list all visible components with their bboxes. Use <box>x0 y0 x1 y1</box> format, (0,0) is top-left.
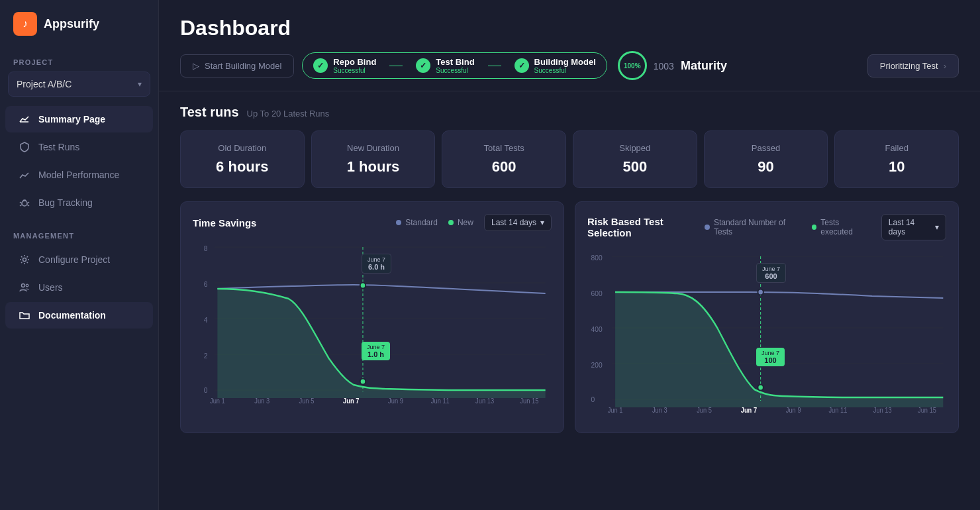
svg-text:2: 2 <box>204 352 208 360</box>
chevron-down-icon: ▾ <box>138 79 142 89</box>
svg-text:6: 6 <box>204 280 208 288</box>
svg-text:Jun 5: Jun 5 <box>697 407 712 414</box>
play-icon: ▷ <box>193 61 199 71</box>
stat-label: Total Tests <box>484 143 524 153</box>
sidebar-nav: Summary Page Test Runs Model Performance <box>0 105 158 510</box>
step-status: Successful <box>333 67 376 74</box>
legend-dot-standard <box>396 220 401 225</box>
risk-chart-area: 800 600 400 200 0 <box>587 248 946 421</box>
chart-icon <box>19 113 30 125</box>
sidebar-item-label: Configure Project <box>38 254 110 265</box>
sidebar-item-configure[interactable]: Configure Project <box>5 246 153 273</box>
stat-value: 90 <box>758 158 773 176</box>
stat-label: Old Duration <box>218 143 266 153</box>
pipeline-step-test-bind: ✓ Test Bind Successful <box>416 57 474 74</box>
svg-text:Jun 3: Jun 3 <box>254 397 270 405</box>
svg-point-7 <box>26 284 28 287</box>
svg-text:Jun 1: Jun 1 <box>210 397 225 405</box>
time-savings-date-selector[interactable]: Last 14 days ▾ <box>484 214 552 231</box>
sidebar-item-summary[interactable]: Summary Page <box>5 106 153 132</box>
sidebar-item-test-runs[interactable]: Test Runs <box>5 134 153 160</box>
risk-svg: 800 600 400 200 0 <box>587 248 946 421</box>
svg-text:Jun 3: Jun 3 <box>652 407 667 414</box>
svg-point-6 <box>22 284 25 287</box>
sidebar-item-label: Model Performance <box>38 170 119 180</box>
stat-failed: Failed 10 <box>834 130 959 188</box>
stat-label: Failed <box>885 143 908 153</box>
sidebar-item-label: Summary Page <box>38 114 105 125</box>
prioritizing-label: Prioritizing Test <box>880 61 938 71</box>
svg-line-1 <box>20 202 22 203</box>
step-divider <box>488 66 501 66</box>
svg-line-2 <box>20 205 22 206</box>
legend-label: New <box>458 218 473 227</box>
risk-chart-date-selector[interactable]: Last 14 days ▾ <box>881 214 946 240</box>
svg-text:Jun 9: Jun 9 <box>786 407 801 414</box>
step-check-icon: ✓ <box>313 58 328 73</box>
maturity-number: 1003 <box>654 61 674 72</box>
svg-text:8: 8 <box>204 244 208 252</box>
maturity-label: Maturity <box>681 59 727 73</box>
legend-standard: Standard <box>396 218 438 227</box>
project-section-label: PROJECT <box>0 48 158 72</box>
sidebar-item-model-performance[interactable]: Model Performance <box>5 162 153 188</box>
legend-dot-new <box>448 220 454 225</box>
chart-header: Risk Based Test Selection Standard Numbe… <box>587 214 946 240</box>
logo: ♪ Appsurify <box>0 0 158 48</box>
page-title: Dashboard <box>180 16 959 40</box>
stat-value: 6 hours <box>216 158 268 176</box>
step-name: Test Bind <box>436 57 474 67</box>
chevron-down-icon: ▾ <box>540 218 544 227</box>
stat-value: 600 <box>492 158 516 176</box>
pipeline-steps: ✓ Repo Bind Successful ✓ Test Bind Succe… <box>302 52 607 79</box>
svg-text:Jun 15: Jun 15 <box>520 397 538 405</box>
sidebar-item-label: Test Runs <box>38 142 79 152</box>
shield-icon <box>19 141 30 153</box>
logo-text: Appsurify <box>44 17 99 31</box>
stat-total-tests: Total Tests 600 <box>442 130 566 188</box>
svg-point-0 <box>22 201 27 206</box>
svg-text:Jun 13: Jun 13 <box>475 397 494 405</box>
legend-new: New <box>448 218 473 227</box>
section-header: Test runs Up To 20 Latest Runs <box>180 105 959 120</box>
header: Dashboard ▷ Start Building Model ✓ Repo … <box>159 0 980 91</box>
svg-text:600: 600 <box>591 289 603 297</box>
sidebar-item-label: Users <box>38 282 63 293</box>
stat-old-duration: Old Duration 6 hours <box>180 130 305 188</box>
svg-text:0: 0 <box>204 386 208 394</box>
svg-text:4: 4 <box>204 316 208 324</box>
sidebar: ♪ Appsurify PROJECT Project A/B/C ▾ Summ… <box>0 0 159 510</box>
chart-header: Time Savings Standard New <box>193 214 552 231</box>
maturity-section: 100% 1003 Maturity <box>618 51 727 80</box>
svg-text:Jun 1: Jun 1 <box>608 407 623 414</box>
stat-skipped: Skipped 500 <box>573 130 697 188</box>
svg-line-3 <box>27 202 29 203</box>
prioritizing-test-button[interactable]: Prioritizing Test › <box>867 54 959 77</box>
stat-value: 10 <box>889 158 905 176</box>
maturity-circle: 100% <box>618 51 647 80</box>
svg-text:Jun 7: Jun 7 <box>343 397 359 405</box>
sidebar-item-documentation[interactable]: Documentation <box>5 302 153 329</box>
sidebar-item-bug-tracking[interactable]: Bug Tracking <box>5 189 153 216</box>
legend-dot-new <box>812 225 817 230</box>
step-name: Building Model <box>534 57 596 67</box>
project-selector[interactable]: Project A/B/C ▾ <box>8 72 150 97</box>
stat-label: Passed <box>752 143 780 153</box>
sidebar-item-users[interactable]: Users <box>5 274 153 301</box>
svg-point-41 <box>758 385 763 391</box>
management-section-label: MANAGEMENT <box>0 221 158 245</box>
section-subtitle: Up To 20 Latest Runs <box>247 109 330 119</box>
start-btn-label: Start Building Model <box>205 61 281 71</box>
step-check-icon: ✓ <box>416 58 430 73</box>
stat-value: 1 hours <box>347 158 399 176</box>
svg-text:Jun 15: Jun 15 <box>918 407 936 414</box>
svg-text:400: 400 <box>591 325 603 333</box>
legend-label: Standard <box>405 218 438 227</box>
pipeline-step-building-model: ✓ Building Model Successful <box>514 57 596 74</box>
legend-label: Tests executed <box>820 218 871 236</box>
section-title: Test runs <box>180 105 239 120</box>
svg-point-5 <box>23 258 26 262</box>
start-building-button[interactable]: ▷ Start Building Model <box>180 54 294 77</box>
svg-text:Jun 9: Jun 9 <box>388 397 403 405</box>
sidebar-item-label: Bug Tracking <box>38 197 93 208</box>
